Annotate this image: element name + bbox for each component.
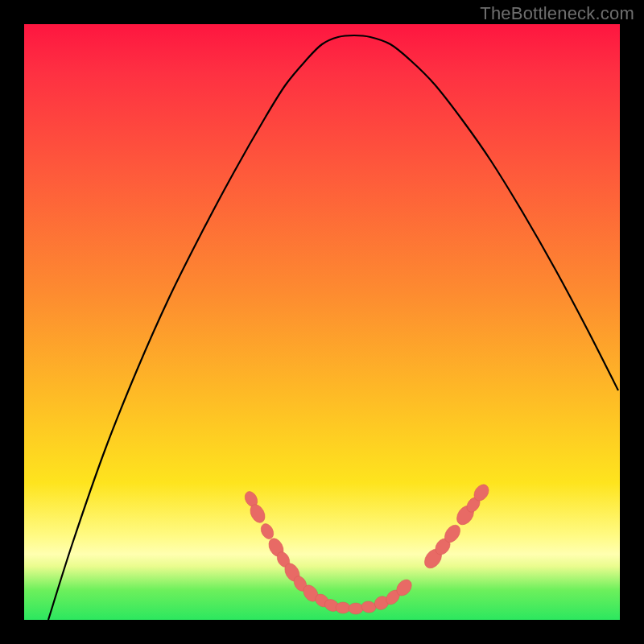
curve-marker (361, 601, 377, 613)
bottleneck-curve (48, 35, 618, 620)
curve-markers (242, 481, 492, 614)
curve-svg (24, 24, 620, 620)
watermark-text: TheBottleneck.com (480, 3, 634, 24)
curve-marker (258, 522, 276, 541)
curve-marker (349, 603, 363, 614)
chart-frame: TheBottleneck.com (0, 0, 644, 644)
curve-marker (336, 602, 350, 613)
plot-area (24, 24, 620, 620)
